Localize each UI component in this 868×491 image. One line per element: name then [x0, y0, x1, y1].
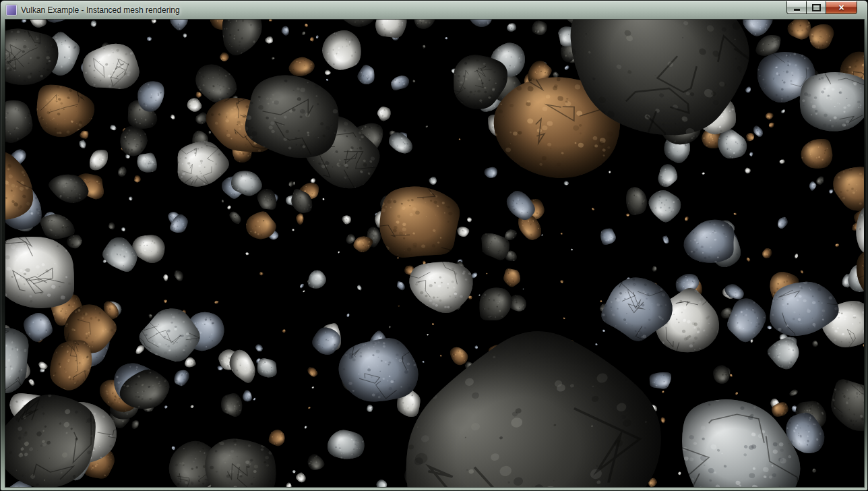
app-window: Vulkan Example - Instanced mesh renderin…: [0, 0, 868, 491]
render-viewport[interactable]: [5, 20, 864, 487]
maximize-icon: [812, 4, 821, 11]
minimize-button[interactable]: [786, 1, 807, 14]
titlebar[interactable]: Vulkan Example - Instanced mesh renderin…: [1, 1, 867, 20]
window-title: Vulkan Example - Instanced mesh renderin…: [21, 5, 180, 15]
close-button[interactable]: ×: [826, 1, 857, 14]
caption-buttons: ×: [786, 1, 857, 14]
maximize-button[interactable]: [807, 1, 826, 14]
minimize-icon: [794, 9, 800, 11]
app-icon: [6, 5, 17, 16]
close-icon: ×: [838, 2, 844, 13]
